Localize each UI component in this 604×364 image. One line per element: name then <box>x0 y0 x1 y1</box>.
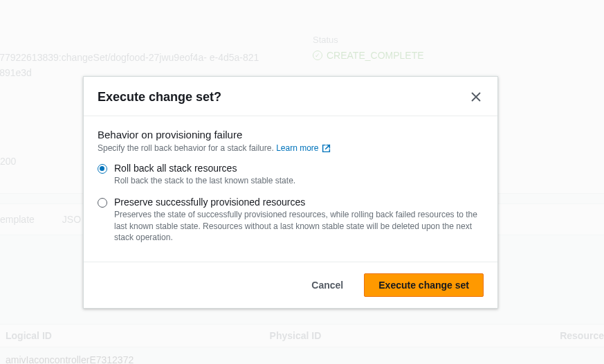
execute-button[interactable]: Execute change set <box>364 273 484 297</box>
execute-changeset-modal: Execute change set? Behavior on provisio… <box>83 76 498 309</box>
radio-description: Preserves the state of successfully prov… <box>114 209 484 244</box>
radio-description: Roll back the stack to the last known st… <box>114 175 484 187</box>
modal-footer: Cancel Execute change set <box>84 262 497 308</box>
cancel-button[interactable]: Cancel <box>298 273 357 297</box>
close-button[interactable] <box>468 89 484 104</box>
modal-body: Behavior on provisioning failure Specify… <box>84 116 497 262</box>
external-link-icon <box>322 144 331 153</box>
section-title: Behavior on provisioning failure <box>98 129 484 140</box>
modal-title: Execute change set? <box>98 90 221 104</box>
radio-preserve[interactable]: Preserve successfully provisioned resour… <box>98 197 484 244</box>
radio-rollback-all[interactable]: Roll back all stack resources Roll back … <box>98 163 484 187</box>
section-description: Specify the roll back behavior for a sta… <box>98 143 484 153</box>
learn-more-link[interactable]: Learn more <box>276 143 330 153</box>
radio-label[interactable]: Roll back all stack resources <box>114 163 484 174</box>
close-icon <box>471 92 481 102</box>
modal-header: Execute change set? <box>84 77 497 116</box>
section-desc-text: Specify the roll back behavior for a sta… <box>98 143 276 153</box>
learn-more-text: Learn more <box>276 143 318 153</box>
radio-input[interactable] <box>98 164 107 174</box>
radio-label[interactable]: Preserve successfully provisioned resour… <box>114 197 484 208</box>
rollback-radio-group: Roll back all stack resources Roll back … <box>98 163 484 244</box>
radio-input[interactable] <box>98 198 107 208</box>
